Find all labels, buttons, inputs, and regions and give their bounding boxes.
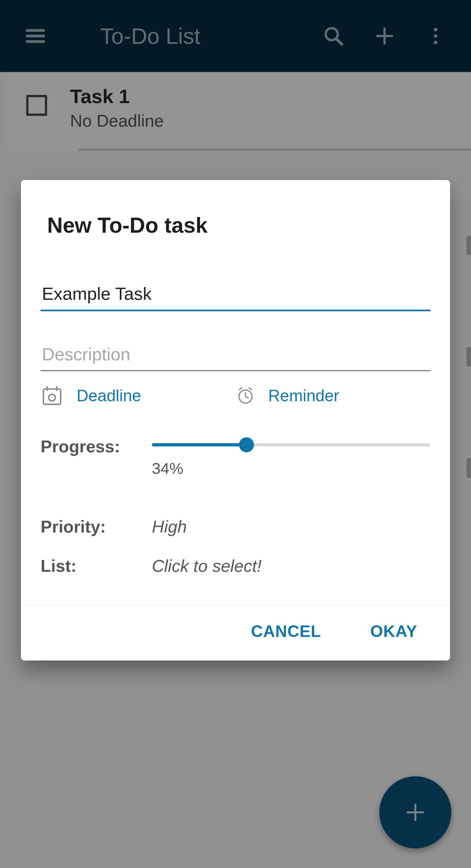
- deadline-button[interactable]: Deadline: [40, 384, 236, 407]
- svg-line-18: [246, 397, 249, 398]
- progress-value-text: 34%: [152, 460, 431, 477]
- clock-icon: [236, 386, 255, 405]
- task-description-input[interactable]: [40, 341, 431, 371]
- dialog-actions: CANCEL OKAY: [21, 605, 450, 660]
- priority-label: Priority:: [40, 517, 152, 536]
- svg-line-20: [249, 388, 252, 390]
- dialog-title: New To-Do task: [21, 180, 450, 251]
- calendar-icon: [40, 384, 63, 407]
- new-task-dialog: New To-Do task Deadline: [21, 180, 450, 660]
- svg-rect-12: [43, 389, 61, 405]
- svg-point-15: [49, 394, 55, 401]
- deadline-label: Deadline: [76, 386, 141, 405]
- list-label: List:: [40, 556, 152, 576]
- list-value[interactable]: Click to select!: [152, 556, 431, 576]
- progress-label: Progress:: [40, 437, 152, 456]
- slider-thumb[interactable]: [239, 437, 254, 452]
- task-name-input[interactable]: [40, 280, 431, 311]
- priority-value[interactable]: High: [152, 517, 431, 536]
- progress-slider[interactable]: [152, 443, 431, 446]
- cancel-button[interactable]: CANCEL: [251, 622, 321, 641]
- okay-button[interactable]: OKAY: [370, 622, 417, 641]
- reminder-button[interactable]: Reminder: [236, 384, 431, 407]
- reminder-label: Reminder: [269, 386, 339, 405]
- slider-fill: [152, 443, 247, 446]
- svg-line-19: [239, 388, 242, 390]
